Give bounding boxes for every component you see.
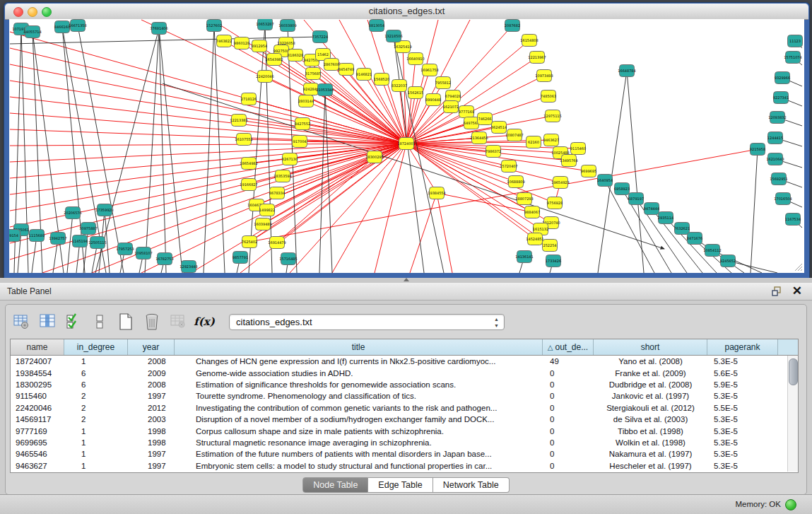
graph-node-selected[interactable]: 19384554 xyxy=(428,187,445,199)
column-header-short[interactable]: short xyxy=(594,339,707,355)
table-row[interactable]: 2242004622012Investigating the contribut… xyxy=(11,402,798,414)
graph-node[interactable]: 2935114 xyxy=(658,212,673,224)
graph-node-selected[interactable]: 1562615 xyxy=(408,87,423,99)
graph-node-selected[interactable]: 16914479 xyxy=(268,237,286,249)
graph-node-selected[interactable]: 16961758 xyxy=(420,64,438,76)
graph-node-selected[interactable]: 18724007 xyxy=(397,138,415,150)
table-row[interactable]: 1456911722003Disruption of a novel membe… xyxy=(11,414,798,425)
graph-node[interactable]: 1115689 xyxy=(29,230,45,242)
resize-grip-icon[interactable] xyxy=(792,260,803,271)
column-header-year[interactable]: year xyxy=(128,339,175,355)
graph-node-selected[interactable]: 18807293 xyxy=(515,193,533,205)
graph-node-selected[interactable]: 16039489 xyxy=(254,218,271,230)
graph-node-selected[interactable]: 10688809 xyxy=(507,176,524,188)
graph-node-selected[interactable]: 9884067 xyxy=(524,206,540,218)
graph-node[interactable]: 16671358 xyxy=(69,20,86,32)
graph-node-selected[interactable]: 8267130 xyxy=(282,153,298,165)
graph-node-selected[interactable]: 22420046 xyxy=(256,71,273,83)
graph-node[interactable]: 21053346 xyxy=(316,84,334,96)
graph-node[interactable]: 12923448 xyxy=(180,261,197,273)
graph-node[interactable]: 9245652 xyxy=(720,255,736,267)
graph-node-selected[interactable]: 9146821 xyxy=(356,69,372,81)
graph-node[interactable]: 2087682 xyxy=(505,20,520,32)
graph-node-selected[interactable]: 746266 xyxy=(478,113,493,125)
graph-node[interactable]: 10854112 xyxy=(703,245,721,257)
table-row[interactable]: 911546021997Tourette syndrome. Phenomeno… xyxy=(11,390,798,402)
network-window[interactable]: citations_edges.txt 18724007746382298601… xyxy=(4,2,810,279)
graph-node-selected[interactable]: 3175685 xyxy=(305,68,321,80)
column-header-indeg[interactable]: in_degree xyxy=(64,339,128,355)
tab-edge-table[interactable]: Edge Table xyxy=(368,477,433,493)
graph-node[interactable]: 9227341 xyxy=(773,92,789,104)
graph-node-selected[interactable]: 1568520 xyxy=(374,74,389,86)
rows-icon[interactable] xyxy=(90,312,110,332)
column-header-page[interactable]: pagerank xyxy=(707,339,778,355)
graph-node[interactable]: 1244415 xyxy=(767,132,783,144)
graph-node-selected[interactable]: 9115460 xyxy=(570,143,586,155)
graph-node[interactable]: 16210643 xyxy=(766,153,784,165)
node-table[interactable]: namein_degreeyeartitle△out_de...shortpag… xyxy=(10,339,799,473)
table-row[interactable]: 1830029562008Estimation of significance … xyxy=(11,379,798,390)
graph-node[interactable]: 1733426 xyxy=(546,255,561,267)
graph-node-selected[interactable]: 21364456 xyxy=(470,132,488,144)
show-columns-icon[interactable] xyxy=(37,312,57,332)
graph-node-selected[interactable]: 7463822 xyxy=(216,35,232,47)
graph-node-selected[interactable]: 2803144 xyxy=(298,95,314,107)
graph-node[interactable]: 39154 xyxy=(9,230,20,242)
graph-node-selected[interactable]: 16154808 xyxy=(520,35,538,47)
graph-node-selected[interactable]: 14524851 xyxy=(526,233,543,245)
graph-node-selected[interactable]: 3624514 xyxy=(491,122,507,134)
graph-node[interactable]: 30975887 xyxy=(79,223,97,235)
graph-node-selected[interactable]: 12213383 xyxy=(230,115,247,127)
graph-node[interactable]: 6958923 xyxy=(614,183,630,195)
graph-node[interactable]: 12505115 xyxy=(88,237,106,249)
graph-node-selected[interactable]: 9699695 xyxy=(581,165,596,177)
graph-node-selected[interactable]: 1499822 xyxy=(259,204,275,216)
graph-node-selected[interactable]: 8912954 xyxy=(252,40,267,52)
graph-node[interactable]: 1167534 xyxy=(785,214,801,226)
graph-node-selected[interactable]: 252254 xyxy=(543,240,558,252)
float-panel-icon[interactable] xyxy=(771,286,782,297)
graph-node-selected[interactable]: 8454749 xyxy=(339,64,354,76)
graph-node-selected[interactable]: 16107552 xyxy=(235,134,252,146)
graph-node-selected[interactable]: 917004 xyxy=(293,136,307,148)
graph-node[interactable]: 17957253 xyxy=(116,243,134,255)
graph-node-selected[interactable]: 8322037 xyxy=(392,80,407,92)
graph-node-selected[interactable]: 18353594 xyxy=(273,170,291,182)
table-row[interactable]: 1872400712008Changes of HCN gene express… xyxy=(11,356,798,367)
vertical-scrollbar[interactable] xyxy=(787,356,798,472)
graph-node-selected[interactable]: 9860128 xyxy=(234,37,249,49)
graph-node[interactable]: 16782753 xyxy=(155,253,173,265)
graph-node-selected[interactable]: 9463627 xyxy=(543,134,559,146)
graph-node[interactable]: 8813054 xyxy=(369,20,384,32)
graph-node[interactable]: 17016504 xyxy=(774,193,792,205)
graph-node[interactable]: 9215958 xyxy=(750,144,765,156)
graph-node-selected[interactable]: 10973493 xyxy=(535,70,553,82)
graph-node-selected[interactable]: 1621072 xyxy=(443,101,459,113)
graph-node-selected[interactable]: 8427552 xyxy=(295,118,310,130)
graph-node-selected[interactable]: 7485063 xyxy=(541,90,556,103)
graph-node-selected[interactable]: 2718126 xyxy=(241,93,257,105)
graph-node-selected[interactable]: 9777169 xyxy=(459,106,474,118)
graph-node[interactable]: 1145194 xyxy=(72,235,88,247)
tab-network-table[interactable]: Network Table xyxy=(433,477,510,493)
graph-node[interactable]: 16648784 xyxy=(618,65,635,77)
graph-node-selected[interactable]: 15720407 xyxy=(500,160,517,173)
panel-splitter[interactable] xyxy=(0,278,812,283)
graph-node-selected[interactable]: 12975115 xyxy=(543,110,561,122)
graph-node[interactable]: 9329966 xyxy=(775,72,790,84)
graph-node[interactable]: 7357224 xyxy=(312,31,328,43)
graph-node[interactable]: 6879197 xyxy=(628,193,644,205)
scrollbar-thumb[interactable] xyxy=(789,358,798,385)
graph-node-selected[interactable]: 8186328 xyxy=(288,49,303,62)
graph-node[interactable]: 12093832 xyxy=(768,112,786,124)
graph-node-selected[interactable]: 12213967 xyxy=(528,52,546,64)
splitter-collapse-icon[interactable] xyxy=(404,278,409,281)
citation-network-graph[interactable]: 1872400774638229860128891295413226058992… xyxy=(9,19,804,273)
graph-node[interactable]: 9474444 xyxy=(644,203,659,215)
new-document-icon[interactable] xyxy=(116,312,136,332)
graph-node-selected[interactable]: 2867608 xyxy=(324,59,339,71)
graph-node[interactable]: 15716485 xyxy=(279,253,297,265)
column-header-title[interactable]: title xyxy=(175,339,543,355)
graph-node[interactable]: 13218506 xyxy=(384,30,402,42)
